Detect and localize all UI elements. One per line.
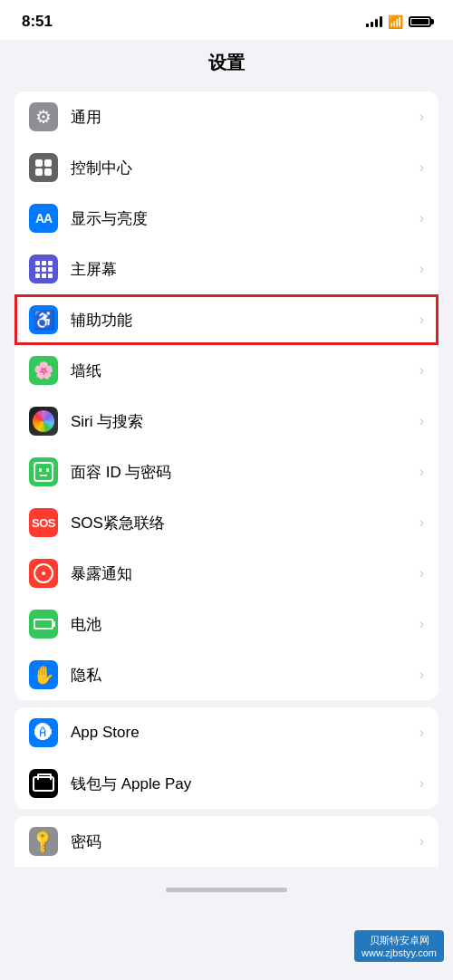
privacy-label: 隐私 bbox=[71, 665, 416, 686]
status-bar: 8:51 📶 bbox=[0, 0, 453, 40]
general-label: 通用 bbox=[71, 107, 416, 128]
sidebar-item-password[interactable]: 🔑 密码 › bbox=[14, 816, 439, 867]
sidebar-item-siri[interactable]: Siri 与搜索 › bbox=[14, 396, 439, 447]
sos-label: SOS紧急联络 bbox=[71, 513, 416, 533]
password-label: 密码 bbox=[71, 831, 416, 852]
sidebar-item-wallpaper[interactable]: 🌸 墙纸 › bbox=[14, 345, 439, 396]
bottom-bar bbox=[0, 874, 453, 905]
home-screen-icon bbox=[29, 255, 58, 283]
battery-status-icon bbox=[409, 16, 431, 27]
chevron-icon: › bbox=[419, 413, 424, 429]
display-icon: AA bbox=[29, 204, 58, 233]
sidebar-item-appstore[interactable]: 🅐 App Store › bbox=[14, 707, 439, 758]
battery-icon bbox=[29, 610, 58, 639]
page-title: 设置 bbox=[0, 51, 453, 75]
password-icon: 🔑 bbox=[29, 827, 58, 856]
wallet-icon bbox=[29, 769, 58, 798]
siri-icon bbox=[29, 407, 58, 436]
chevron-icon: › bbox=[419, 565, 424, 581]
chevron-icon: › bbox=[419, 109, 424, 125]
wallpaper-label: 墙纸 bbox=[71, 360, 416, 381]
sidebar-item-display[interactable]: AA 显示与亮度 › bbox=[14, 193, 439, 244]
chevron-icon: › bbox=[419, 312, 424, 328]
settings-group-1: ⚙ 通用 › 控制中心 › AA 显示与亮度 › 主屏幕 › bbox=[14, 91, 439, 700]
faceid-label: 面容 ID 与密码 bbox=[71, 462, 416, 483]
general-icon: ⚙ bbox=[29, 102, 58, 131]
signal-icon bbox=[366, 16, 382, 27]
accessibility-label: 辅助功能 bbox=[71, 310, 416, 331]
sidebar-item-control-center[interactable]: 控制中心 › bbox=[14, 142, 439, 193]
sidebar-item-sos[interactable]: SOS SOS紧急联络 › bbox=[14, 497, 439, 548]
siri-label: Siri 与搜索 bbox=[71, 411, 416, 432]
privacy-icon: ✋ bbox=[29, 660, 58, 689]
exposure-label: 暴露通知 bbox=[71, 563, 416, 584]
battery-label: 电池 bbox=[71, 614, 416, 635]
sidebar-item-faceid[interactable]: 面容 ID 与密码 › bbox=[14, 447, 439, 497]
sidebar-item-battery[interactable]: 电池 › bbox=[14, 599, 439, 649]
chevron-icon: › bbox=[419, 464, 424, 480]
chevron-icon: › bbox=[419, 667, 424, 683]
wifi-icon: 📶 bbox=[388, 14, 403, 29]
sidebar-item-wallet[interactable]: 钱包与 Apple Pay › bbox=[14, 758, 439, 809]
chevron-icon: › bbox=[419, 833, 424, 850]
chevron-icon: › bbox=[419, 261, 424, 277]
chevron-icon: › bbox=[419, 159, 424, 176]
sos-icon: SOS bbox=[29, 508, 58, 537]
control-center-icon bbox=[29, 153, 58, 182]
sidebar-item-privacy[interactable]: ✋ 隐私 › bbox=[14, 649, 439, 700]
chevron-icon: › bbox=[419, 514, 424, 531]
display-label: 显示与亮度 bbox=[71, 208, 416, 229]
chevron-icon: › bbox=[419, 362, 424, 379]
chevron-icon: › bbox=[419, 616, 424, 632]
sidebar-item-exposure[interactable]: 暴露通知 › bbox=[14, 548, 439, 599]
status-icons: 📶 bbox=[366, 14, 431, 29]
accessibility-icon: ♿ bbox=[29, 305, 58, 334]
chevron-icon: › bbox=[419, 775, 424, 792]
home-indicator bbox=[166, 888, 287, 892]
exposure-icon bbox=[29, 559, 58, 588]
appstore-icon: 🅐 bbox=[29, 718, 58, 747]
page-title-bar: 设置 bbox=[0, 40, 453, 84]
watermark: 贝斯特安卓网 www.zjbstyy.com bbox=[354, 930, 444, 962]
appstore-label: App Store bbox=[71, 724, 416, 742]
home-screen-label: 主屏幕 bbox=[71, 259, 416, 280]
settings-group-3: 🔑 密码 › bbox=[14, 816, 439, 867]
sidebar-item-general[interactable]: ⚙ 通用 › bbox=[14, 91, 439, 142]
chevron-icon: › bbox=[419, 725, 424, 741]
settings-group-2: 🅐 App Store › 钱包与 Apple Pay › bbox=[14, 707, 439, 809]
status-time: 8:51 bbox=[22, 13, 53, 31]
control-center-label: 控制中心 bbox=[71, 158, 416, 178]
sidebar-item-home-screen[interactable]: 主屏幕 › bbox=[14, 244, 439, 294]
sidebar-item-accessibility[interactable]: ♿ 辅助功能 › bbox=[14, 294, 439, 345]
wallet-label: 钱包与 Apple Pay bbox=[71, 773, 416, 794]
faceid-icon bbox=[29, 457, 58, 486]
wallpaper-icon: 🌸 bbox=[29, 356, 58, 385]
chevron-icon: › bbox=[419, 210, 424, 226]
